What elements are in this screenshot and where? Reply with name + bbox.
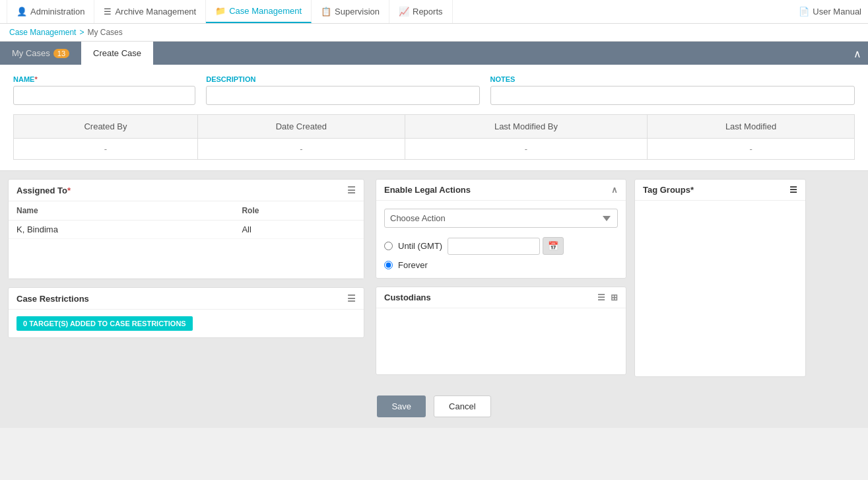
- collapse-button[interactable]: ∧: [853, 47, 861, 59]
- middle-column: Enable Legal Actions ∧ Choose Action Unt…: [376, 179, 626, 375]
- assigned-col-name: Name: [9, 201, 234, 221]
- col-last-modified-by: Last Modified By: [405, 115, 647, 139]
- breadcrumb-current: My Cases: [87, 28, 122, 37]
- calendar-icon[interactable]: 📅: [543, 237, 564, 255]
- form-panel: NAME* DESCRIPTION NOTES: [0, 65, 868, 171]
- tag-groups-header: Tag Groups* ☰: [635, 180, 805, 201]
- name-field-group: NAME*: [13, 75, 195, 105]
- legal-actions-chevron[interactable]: ∧: [611, 185, 618, 195]
- tab-bar: My Cases 13 Create Case ∧: [0, 42, 868, 65]
- table-row: - - - -: [14, 139, 855, 160]
- radio-group: Until (GMT) 📅 Forever: [384, 237, 618, 270]
- description-input[interactable]: [206, 86, 479, 105]
- assigned-to-icon[interactable]: ☰: [347, 185, 356, 195]
- col-created-by: Created By: [14, 115, 198, 139]
- date-input-row: 📅: [448, 237, 564, 255]
- created-by-value: -: [14, 139, 198, 160]
- breadcrumb-parent[interactable]: Case Management: [9, 28, 76, 37]
- assigned-role-cell: All: [234, 221, 364, 239]
- my-cases-badge: 13: [53, 49, 69, 58]
- forever-radio[interactable]: [384, 261, 393, 269]
- chart-icon: 📈: [399, 7, 409, 17]
- last-modified-by-value: -: [405, 139, 647, 160]
- legal-actions-body: Choose Action Until (GMT) 📅: [376, 201, 626, 278]
- forever-label: Forever: [398, 260, 428, 270]
- custodians-icons: ☰ ⊞: [597, 292, 618, 302]
- notes-label: NOTES: [490, 75, 855, 83]
- description-field-group: DESCRIPTION: [206, 75, 479, 105]
- case-restrictions-box: Case Restrictions ☰ 0 TARGET(S) ADDED TO…: [8, 287, 364, 338]
- nav-item-administration[interactable]: 👤 Administration: [7, 0, 94, 23]
- date-input[interactable]: [448, 238, 540, 255]
- breadcrumb-separator: >: [79, 28, 84, 37]
- until-radio[interactable]: [384, 242, 393, 250]
- legal-actions-box: Enable Legal Actions ∧ Choose Action Unt…: [376, 179, 626, 279]
- legal-actions-title: Enable Legal Actions: [384, 185, 471, 195]
- case-restrictions-header: Case Restrictions ☰: [9, 288, 364, 310]
- user-manual-link[interactable]: 📄 User Manual: [799, 7, 861, 17]
- assigned-to-box: Assigned To* ☰ Name Role: [8, 179, 364, 279]
- case-restrictions-icon[interactable]: ☰: [347, 293, 356, 304]
- restriction-badge: 0 TARGET(S) ADDED TO CASE RESTRICTIONS: [17, 316, 193, 331]
- tag-groups-box: Tag Groups* ☰: [634, 179, 806, 377]
- manual-icon: 📄: [799, 7, 809, 17]
- user-icon: 👤: [17, 7, 27, 17]
- bottom-bar: Save Cancel: [0, 385, 868, 428]
- col-date-created: Date Created: [197, 115, 405, 139]
- until-radio-row: Until (GMT) 📅: [384, 237, 618, 255]
- last-modified-value: -: [648, 139, 855, 160]
- custodians-body: [376, 308, 626, 374]
- choose-action-select[interactable]: Choose Action: [384, 209, 618, 228]
- name-label: NAME*: [13, 75, 195, 83]
- tab-create-case[interactable]: Create Case: [81, 42, 153, 65]
- main-area: My Cases 13 Create Case ∧ NAME* DESCRIPT…: [0, 42, 868, 428]
- sections-row: Assigned To* ☰ Name Role: [0, 171, 868, 385]
- list-icon: ☰: [104, 7, 112, 17]
- assigned-table: Name Role K, Bindima All: [9, 201, 364, 279]
- breadcrumb: Case Management > My Cases: [0, 24, 868, 42]
- notes-input[interactable]: [490, 86, 855, 105]
- notes-field-group: NOTES: [490, 75, 855, 105]
- scrollable-content: NAME* DESCRIPTION NOTES: [0, 65, 868, 428]
- nav-item-archive-management[interactable]: ☰ Archive Management: [94, 0, 206, 23]
- custodians-header: Custodians ☰ ⊞: [376, 287, 626, 308]
- custodians-title: Custodians: [384, 292, 431, 302]
- table-row-empty: [9, 239, 364, 279]
- col-last-modified: Last Modified: [648, 115, 855, 139]
- assigned-to-header: Assigned To* ☰: [9, 180, 364, 201]
- info-table: Created By Date Created Last Modified By…: [13, 114, 855, 160]
- name-input[interactable]: [13, 86, 195, 105]
- case-restrictions-title: Case Restrictions: [17, 294, 89, 304]
- forever-radio-row: Forever: [384, 260, 618, 270]
- table-row: K, Bindima All: [9, 221, 364, 239]
- date-created-value: -: [197, 139, 405, 160]
- top-navigation: 👤 Administration ☰ Archive Management 📁 …: [0, 0, 868, 24]
- cancel-button[interactable]: Cancel: [434, 395, 490, 417]
- nav-item-supervision[interactable]: 📋 Supervision: [312, 0, 389, 23]
- assigned-to-title: Assigned To*: [17, 186, 71, 195]
- description-label: DESCRIPTION: [206, 75, 479, 83]
- custodians-add-icon[interactable]: ⊞: [611, 292, 618, 302]
- save-button[interactable]: Save: [377, 395, 426, 417]
- tab-my-cases[interactable]: My Cases 13: [0, 42, 81, 65]
- nav-item-reports[interactable]: 📈 Reports: [389, 0, 453, 23]
- left-column: Assigned To* ☰ Name Role: [8, 179, 368, 338]
- legal-actions-header: Enable Legal Actions ∧: [376, 180, 626, 201]
- clipboard-icon: 📋: [321, 7, 331, 17]
- custodians-list-icon[interactable]: ☰: [597, 292, 605, 302]
- folder-icon: 📁: [215, 6, 226, 16]
- until-label: Until (GMT): [398, 241, 442, 251]
- nav-item-case-management[interactable]: 📁 Case Management: [206, 0, 312, 23]
- tag-groups-title: Tag Groups*: [643, 185, 694, 195]
- right-column: Tag Groups* ☰: [634, 179, 806, 377]
- assigned-col-role: Role: [234, 201, 364, 221]
- custodians-box: Custodians ☰ ⊞: [376, 287, 626, 375]
- assigned-name-cell: K, Bindima: [9, 221, 234, 239]
- tag-groups-icon[interactable]: ☰: [789, 185, 797, 195]
